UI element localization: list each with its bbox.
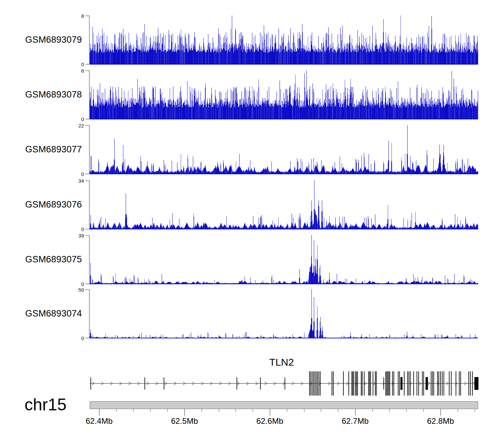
exon-mark xyxy=(309,371,310,396)
y-axis-tick-label: 0 xyxy=(69,62,84,67)
y-axis-tick xyxy=(85,284,89,284)
exon-mark xyxy=(376,371,377,396)
ruler-minor-tick xyxy=(338,409,338,412)
track-label: GSM6893078 xyxy=(25,89,89,100)
y-axis-tick xyxy=(85,235,89,236)
exon-mark xyxy=(90,377,91,390)
chromosome-ruler-bar xyxy=(90,401,478,409)
y-axis-tick-label: 50 xyxy=(69,287,84,293)
coverage-track-row: GSM6893074500 xyxy=(0,289,504,338)
exon-mark xyxy=(332,371,332,396)
y-axis-tick-label: 0 xyxy=(69,335,84,341)
ruler-tick-label: 62.5Mb xyxy=(163,416,206,426)
ruler-tick-label: 62.7Mb xyxy=(333,416,377,426)
coverage-track-row: GSM689307880 xyxy=(0,70,504,119)
exon-mark xyxy=(357,371,358,396)
exon-mark xyxy=(320,371,321,396)
exon-mark xyxy=(387,371,388,396)
exon-mark xyxy=(418,371,419,396)
y-axis-tick-label: 0 xyxy=(69,171,84,177)
exon-mark xyxy=(343,371,344,396)
exon-mark xyxy=(449,371,450,396)
track-label: GSM6893076 xyxy=(25,199,89,210)
exon-mark xyxy=(442,371,443,396)
y-axis-tick xyxy=(85,64,89,65)
ruler-tick-label: 62.4Mb xyxy=(77,416,121,426)
exon-mark xyxy=(388,371,389,396)
y-axis-tick-label: 22 xyxy=(69,123,84,128)
y-axis-tick xyxy=(85,125,89,126)
exon-mark xyxy=(310,371,311,396)
ruler-minor-tick xyxy=(116,409,117,412)
y-axis-tick-label: 0 xyxy=(69,116,84,122)
track-label: GSM6893079 xyxy=(25,35,89,45)
ruler-major-tick xyxy=(99,409,99,416)
y-axis-tick-label: 8 xyxy=(69,13,84,19)
ruler-major-tick xyxy=(440,409,441,416)
exon-mark xyxy=(438,371,439,396)
ruler-minor-tick xyxy=(423,409,424,412)
coverage-track-row: GSM6893076340 xyxy=(0,180,504,229)
exon-mark xyxy=(423,371,424,396)
ruler-minor-tick xyxy=(167,409,168,412)
exon-mark xyxy=(404,371,405,396)
exon-mark xyxy=(361,371,362,396)
y-axis-tick xyxy=(85,229,89,229)
exon-mark xyxy=(317,371,318,396)
y-axis-tick xyxy=(85,338,89,338)
exon-mark xyxy=(312,371,312,396)
exon-mark xyxy=(316,371,317,396)
ruler-minor-tick xyxy=(389,409,390,412)
exon-mark xyxy=(456,371,456,396)
exon-mark xyxy=(319,371,319,396)
exon-mark xyxy=(392,371,393,396)
exon-mark xyxy=(369,371,370,396)
exon-mark xyxy=(433,371,434,396)
exon-mark xyxy=(356,371,357,396)
y-axis-tick-label: 34 xyxy=(69,178,84,184)
exon-mark xyxy=(355,371,356,396)
coverage-histogram xyxy=(90,70,478,119)
track-label: GSM6893077 xyxy=(25,144,89,155)
exon-mark xyxy=(459,371,460,396)
ruler-minor-tick xyxy=(406,409,407,412)
exon-mark xyxy=(422,371,423,396)
ruler-minor-tick xyxy=(321,409,321,412)
exon-mark xyxy=(407,371,408,396)
exon-mark xyxy=(144,377,145,390)
exon-mark xyxy=(333,371,334,396)
exon-mark xyxy=(468,371,469,396)
exon-mark xyxy=(364,371,365,396)
exon-mark xyxy=(389,371,390,396)
exon-mark xyxy=(426,377,428,390)
ruler-minor-tick xyxy=(219,409,219,412)
exon-mark xyxy=(370,371,371,396)
exon-mark xyxy=(431,371,431,396)
ruler-major-tick xyxy=(355,409,355,416)
coverage-track-row: GSM6893077220 xyxy=(0,125,504,174)
gene-model-track xyxy=(0,367,504,404)
y-axis-tick-label: 0 xyxy=(69,281,84,287)
exon-mark xyxy=(164,377,164,390)
ruler-minor-tick xyxy=(202,409,202,412)
exon-mark xyxy=(440,371,441,396)
coverage-histogram xyxy=(90,15,478,65)
exon-mark xyxy=(385,371,386,396)
track-label: GSM6893074 xyxy=(25,308,89,319)
exon-mark xyxy=(351,371,352,396)
coverage-histogram xyxy=(90,289,478,338)
y-axis-tick xyxy=(85,289,89,290)
exon-mark xyxy=(451,371,452,396)
exon-mark xyxy=(368,371,369,396)
ruler-minor-tick xyxy=(287,409,287,412)
y-axis-tick-label: 8 xyxy=(69,68,84,74)
exon-mark xyxy=(260,377,261,390)
exon-mark xyxy=(470,371,471,396)
exon-mark xyxy=(386,371,387,396)
exon-mark xyxy=(398,371,398,396)
y-axis-tick xyxy=(85,119,89,119)
exon-mark xyxy=(353,371,354,396)
exon-mark xyxy=(313,371,314,396)
exon-mark xyxy=(472,371,473,396)
exon-mark xyxy=(399,371,400,396)
